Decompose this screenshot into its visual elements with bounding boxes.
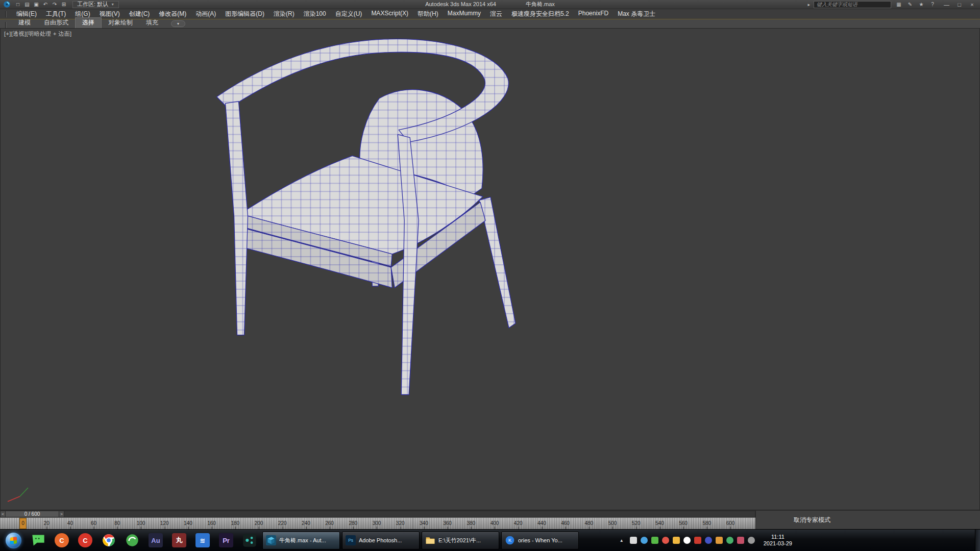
time-slider-track[interactable] bbox=[64, 511, 755, 517]
menu-item[interactable]: 帮助(H) bbox=[413, 10, 443, 18]
ruler-tick: 180 bbox=[231, 518, 239, 529]
menu-item[interactable]: Max 杀毒卫士 bbox=[613, 10, 660, 18]
menu-item[interactable]: MAXScript(X) bbox=[366, 10, 413, 18]
tray-icon[interactable] bbox=[651, 537, 658, 544]
next-frame-button[interactable]: > bbox=[59, 511, 64, 517]
ruler-tick: 200 bbox=[255, 518, 263, 529]
tray-icon[interactable] bbox=[694, 537, 701, 544]
ruler-tick: 100 bbox=[137, 518, 145, 529]
tray-icon[interactable] bbox=[630, 537, 637, 544]
tray-icon[interactable] bbox=[673, 537, 680, 544]
viewport[interactable]: [+][透视][明暗处理 + 边面] bbox=[0, 28, 980, 510]
toolbar-grip bbox=[5, 11, 7, 17]
previous-frame-button[interactable]: < bbox=[0, 511, 6, 517]
tray-icons bbox=[630, 537, 755, 544]
clock-time: 11:11 bbox=[764, 534, 792, 540]
cancel-expert-mode-button[interactable]: 取消专家模式 bbox=[755, 510, 980, 529]
tray-icon[interactable] bbox=[748, 537, 755, 544]
new-file-icon[interactable]: □ bbox=[13, 2, 22, 7]
project-folder-icon[interactable]: ⊞ bbox=[59, 2, 68, 7]
tray-icon[interactable] bbox=[705, 537, 712, 544]
tray-icon[interactable] bbox=[683, 537, 691, 544]
ruler-tick: 520 bbox=[632, 518, 641, 529]
menu-item[interactable]: 图形编辑器(D) bbox=[220, 10, 269, 18]
track-bar-ruler[interactable]: 0 20406080100120140160180200220240260280… bbox=[0, 517, 755, 529]
maximize-button[interactable]: □ bbox=[953, 2, 966, 8]
ruler-tick: 460 bbox=[561, 518, 570, 529]
ruler-tick: 540 bbox=[655, 518, 664, 529]
search-input[interactable] bbox=[814, 1, 891, 8]
redo-icon[interactable]: ↷ bbox=[50, 2, 59, 7]
tray-icon[interactable] bbox=[716, 537, 723, 544]
ruler-tick: 320 bbox=[396, 518, 405, 529]
menu-item[interactable]: 渲染(R) bbox=[269, 10, 299, 18]
workspace-dropdown[interactable]: 工作区: 默认 ▼ bbox=[72, 1, 119, 8]
chair-model-wireframe[interactable] bbox=[1, 29, 979, 510]
ruler-tick: 160 bbox=[207, 518, 216, 529]
ruler-tick: 440 bbox=[537, 518, 546, 529]
tray-icon[interactable] bbox=[662, 537, 669, 544]
save-file-icon[interactable]: ▣ bbox=[32, 2, 41, 7]
chrome-icon[interactable] bbox=[97, 530, 120, 551]
ruler-tick: 280 bbox=[349, 518, 357, 529]
undo-icon[interactable]: ↶ bbox=[41, 2, 50, 7]
minimize-button[interactable]: — bbox=[940, 2, 953, 8]
blue-tool-icon[interactable]: ≋ bbox=[191, 530, 214, 551]
tray-expand-icon[interactable]: ▲ bbox=[617, 538, 626, 543]
green-browser-icon[interactable] bbox=[120, 530, 144, 551]
tray-icon[interactable] bbox=[641, 537, 648, 544]
menu-item[interactable]: 极速瘦身安全归档5.2 bbox=[507, 10, 574, 18]
favorites-icon[interactable]: ★ bbox=[917, 2, 925, 7]
bottom-bar: < 0 / 600 > 0 20406080100120140160180200… bbox=[0, 510, 980, 529]
app-logo-icon[interactable] bbox=[0, 0, 13, 9]
premiere-icon[interactable]: Pr bbox=[214, 530, 238, 551]
open-file-icon[interactable]: ▤ bbox=[22, 2, 32, 7]
ribbon-tabs: 建模自由形式选择对象绘制填充 bbox=[12, 17, 165, 28]
title-bar: □▤▣↶↷⊞ 工作区: 默认 ▼ Autodesk 3ds Max 2014 x… bbox=[0, 0, 980, 9]
start-button[interactable] bbox=[0, 533, 27, 548]
viewport-label[interactable]: [+][透视][明暗处理 + 边面] bbox=[4, 30, 72, 38]
ribbon-tab[interactable]: 自由形式 bbox=[37, 18, 75, 28]
cc-live-icon[interactable]: C bbox=[50, 530, 74, 551]
info-center-icons: ▦✎★? bbox=[895, 2, 937, 7]
menu-item[interactable]: 渲云 bbox=[485, 10, 507, 18]
menu-item[interactable]: PhoenixFD bbox=[574, 10, 613, 18]
communication-center-icon[interactable]: ▦ bbox=[895, 2, 903, 7]
wan-player-icon[interactable]: 丸 bbox=[167, 530, 191, 551]
menu-item[interactable]: 渲染100 bbox=[299, 10, 331, 18]
menu-item[interactable]: MaxMummy bbox=[443, 10, 485, 18]
menu-item[interactable]: 动画(A) bbox=[191, 10, 220, 18]
ribbon-tab[interactable]: 填充 bbox=[139, 18, 165, 28]
annotate-icon[interactable]: ✎ bbox=[906, 2, 914, 7]
taskbar: CCAu丸≋Pr 牛角椅.max - Aut...PsAdobe Photosh… bbox=[0, 529, 980, 551]
capture-tool-icon[interactable] bbox=[238, 530, 261, 551]
menu-item[interactable]: 自定义(U) bbox=[331, 10, 367, 18]
clock[interactable]: 11:11 2021-03-29 bbox=[758, 534, 797, 547]
document-title: 牛角椅.max bbox=[526, 1, 555, 7]
ribbon-collapse-icon[interactable]: ▾ bbox=[171, 20, 185, 27]
taskbar-window-button[interactable]: E:\天竹2021\牛... bbox=[422, 532, 499, 549]
tray-icon[interactable] bbox=[726, 537, 733, 544]
time-slider-display[interactable]: 0 / 600 bbox=[6, 511, 59, 517]
taskbar-window-label: 牛角椅.max - Aut... bbox=[279, 537, 326, 544]
ribbon-tab[interactable]: 选择 bbox=[75, 17, 102, 28]
taskbar-window-button[interactable]: Kories - When Yo... bbox=[501, 532, 579, 549]
show-desktop-button[interactable] bbox=[975, 530, 980, 551]
ribbon-tab[interactable]: 建模 bbox=[12, 18, 37, 28]
tray-icon[interactable] bbox=[737, 537, 744, 544]
chevron-down-icon: ▼ bbox=[111, 3, 114, 6]
svg-text:K: K bbox=[508, 538, 511, 543]
close-button[interactable]: × bbox=[966, 2, 978, 8]
ribbon-tab[interactable]: 对象绘制 bbox=[102, 18, 139, 28]
taskbar-window-button[interactable]: 牛角椅.max - Aut... bbox=[262, 532, 340, 549]
ruler-tick: 600 bbox=[726, 518, 735, 529]
search-history-icon[interactable]: ▸ bbox=[807, 2, 810, 7]
c-media-icon[interactable]: C bbox=[74, 530, 97, 551]
app-title: Autodesk 3ds Max 2014 x64 bbox=[425, 1, 496, 7]
current-frame-marker[interactable]: 0 bbox=[19, 518, 27, 529]
ruler-tick: 80 bbox=[114, 518, 120, 529]
help-icon[interactable]: ? bbox=[928, 2, 937, 7]
wechat-icon[interactable] bbox=[27, 530, 50, 551]
taskbar-window-button[interactable]: PsAdobe Photosh... bbox=[342, 532, 420, 549]
audition-icon[interactable]: Au bbox=[144, 530, 167, 551]
